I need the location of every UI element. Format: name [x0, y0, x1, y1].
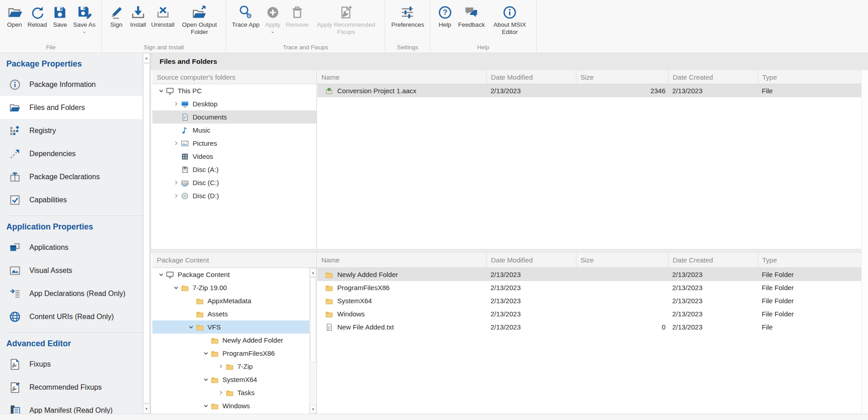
sidebar-item-app-manifest-read-only[interactable]: App Manifest (Read Only) — [0, 399, 142, 414]
sidebar-item-files-and-folders[interactable]: Files and Folders — [0, 96, 142, 119]
chevron-expanded-icon[interactable] — [156, 88, 166, 94]
column-header-type[interactable]: Type — [758, 253, 868, 267]
about-msix-editor-button[interactable]: About MSIX Editor — [487, 4, 533, 35]
date-modified-cell: 2/13/2023 — [486, 310, 576, 318]
package-content-header[interactable]: Package Content — [152, 253, 316, 268]
tree-item-music[interactable]: Music — [152, 124, 316, 137]
column-header-type[interactable]: Type — [758, 70, 868, 84]
file-row-windows[interactable]: Windows2/13/20232/13/2023File Folder — [317, 307, 861, 320]
tree-item-disc-a[interactable]: Disc (A:) — [152, 163, 316, 176]
save-button[interactable]: Save — [49, 4, 71, 29]
scroll-down-button[interactable]: ▼ — [143, 404, 150, 414]
tree-item-disc-c[interactable]: Disc (C:) — [152, 176, 316, 189]
sidebar-item-package-declarations[interactable]: Package Declarations — [0, 165, 142, 188]
sidebar-item-applications[interactable]: Applications — [0, 236, 142, 259]
tree-item-vfs[interactable]: VFS — [152, 320, 309, 334]
tree-item-videos[interactable]: Videos — [152, 150, 316, 163]
open-output-folder-button[interactable]: Open Output Folder — [177, 4, 222, 35]
chevron-expanded-icon[interactable] — [156, 272, 166, 278]
package-tree-scrollbar[interactable]: ▲ ▼ — [309, 268, 316, 414]
chevron-expanded-icon[interactable] — [201, 350, 211, 357]
scroll-up-button[interactable]: ▲ — [143, 53, 150, 63]
reload-button[interactable]: Reload — [25, 4, 49, 29]
column-header-date-modified[interactable]: Date Modified — [486, 253, 576, 267]
sidebar-item-fixups[interactable]: Fixups — [0, 353, 142, 376]
sign-button[interactable]: Sign — [105, 4, 127, 29]
scrollbar-thumb[interactable] — [310, 277, 316, 362]
file-row-new-file-added-txt[interactable]: New File Added.txt2/13/202302/13/2023Fil… — [317, 320, 861, 334]
chevron-expanded-icon[interactable] — [201, 377, 211, 383]
tree-item-disc-d[interactable]: Disc (D:) — [152, 189, 316, 202]
sidebar-item-app-declarations-read-only[interactable]: App Declarations (Read Only) — [0, 282, 142, 305]
open-button[interactable]: Open — [4, 4, 25, 29]
chevron-expanded-icon[interactable] — [186, 324, 196, 330]
chevron-expanded-icon[interactable] — [171, 285, 181, 291]
pane-splitter[interactable] — [151, 249, 868, 253]
sidebar-item-visual-assets[interactable]: Visual Assets — [0, 259, 142, 282]
tree-item-documents[interactable]: Documents — [152, 110, 316, 124]
scroll-down-button[interactable]: ▼ — [310, 405, 316, 414]
sidebar-item-recommended-fixups[interactable]: Recommended Fixups — [0, 376, 142, 399]
tree-item-pictures[interactable]: Pictures — [152, 137, 316, 150]
column-header-date-created[interactable]: Date Created — [668, 70, 758, 84]
file-row-newly-added-folder[interactable]: Newly Added Folder2/13/20232/13/2023File… — [317, 268, 861, 281]
chevron-collapsed-icon[interactable] — [171, 180, 181, 186]
about-info-icon — [502, 5, 517, 20]
uninstall-button[interactable]: Uninstall — [149, 4, 177, 29]
sidebar-scrollbar[interactable]: ▲ ▼ — [142, 53, 151, 414]
tree-item-windows[interactable]: Windows — [152, 399, 309, 412]
apply-plus-icon — [265, 5, 280, 20]
chevron-collapsed-icon[interactable] — [171, 193, 181, 199]
file-row-conversion-project-1-aacx[interactable]: Conversion Project 1.aacx2/13/202323462/… — [317, 84, 861, 97]
sidebar-item-capabilities[interactable]: Capabilities — [0, 188, 142, 211]
tree-item-package-content[interactable]: Package Content — [152, 268, 309, 281]
sidebar-heading-advanced-editor: Advanced Editor — [0, 333, 142, 353]
help-button[interactable]: ?Help — [434, 4, 456, 29]
column-header-size[interactable]: Size — [576, 70, 668, 84]
sidebar-item-dependencies[interactable]: Dependencies — [0, 142, 142, 165]
tree-item-programfilesx86[interactable]: ProgramFilesX86 — [152, 347, 309, 360]
preferences-button[interactable]: Preferences — [389, 4, 426, 29]
sidebar-item-label: Content URIs (Read Only) — [29, 313, 114, 321]
install-button[interactable]: Install — [127, 4, 149, 29]
file-name-label: Conversion Project 1.aacx — [337, 87, 416, 95]
save-as-button[interactable]: Save As⌄ — [71, 4, 98, 33]
column-header-name[interactable]: Name — [317, 253, 486, 267]
sidebar-item-registry[interactable]: Registry — [0, 119, 142, 142]
tree-item-7-zip-19-00[interactable]: 7-Zip 19.00 — [152, 281, 309, 294]
tree-item-this-pc[interactable]: This PC — [152, 84, 316, 97]
file-row-programfilesx86[interactable]: ProgramFilesX862/13/20232/13/2023File Fo… — [317, 281, 861, 294]
chevron-collapsed-icon[interactable] — [171, 101, 181, 107]
file-name-cell: ProgramFilesX86 — [317, 284, 486, 292]
scroll-up-button[interactable]: ▲ — [310, 268, 316, 277]
tree-item-appxmetadata[interactable]: AppxMetadata — [152, 294, 309, 307]
feedback-button[interactable]: Feedback — [456, 4, 487, 29]
tree-item-label: Package Content — [178, 271, 230, 278]
chevron-collapsed-icon[interactable] — [216, 363, 226, 370]
chevron-collapsed-icon[interactable] — [216, 390, 226, 396]
chevron-expanded-icon[interactable] — [201, 403, 211, 409]
column-header-date-created[interactable]: Date Created — [668, 253, 758, 267]
column-header-name[interactable]: Name — [317, 70, 486, 84]
column-header-date-modified[interactable]: Date Modified — [486, 70, 576, 84]
sidebar-item-label: App Manifest (Read Only) — [29, 406, 113, 414]
file-row-systemx64[interactable]: SystemX642/13/20232/13/2023File Folder — [317, 294, 861, 307]
sidebar-item-package-information[interactable]: Package Information — [0, 73, 142, 96]
column-header-size[interactable]: Size — [576, 253, 668, 267]
tree-item-assets[interactable]: Assets — [152, 307, 309, 320]
list-scrollbar-track[interactable] — [861, 70, 868, 414]
tree-item-newly-added-folder[interactable]: Newly Added Folder — [152, 334, 309, 347]
sidebar-item-content-uris-read-only[interactable]: Content URIs (Read Only) — [0, 305, 142, 328]
ribbon-group-label: File — [4, 43, 98, 52]
scrollbar-thumb[interactable] — [143, 63, 150, 403]
tree-item-systemx64[interactable]: SystemX64 — [152, 373, 309, 386]
trace-app-button[interactable]: Trace App — [230, 4, 262, 29]
tree-item-desktop[interactable]: Desktop — [152, 97, 316, 110]
tree-item-7-zip[interactable]: 7-Zip — [152, 360, 309, 373]
chevron-collapsed-icon[interactable] — [171, 140, 181, 147]
source-folders-header[interactable]: Source computer's folders — [152, 70, 316, 84]
remove-trash-icon — [290, 5, 305, 20]
type-cell: File Folder — [758, 297, 861, 305]
dropdown-chevron-icon[interactable]: ⌄ — [82, 29, 87, 33]
tree-item-tasks[interactable]: Tasks — [152, 386, 309, 399]
